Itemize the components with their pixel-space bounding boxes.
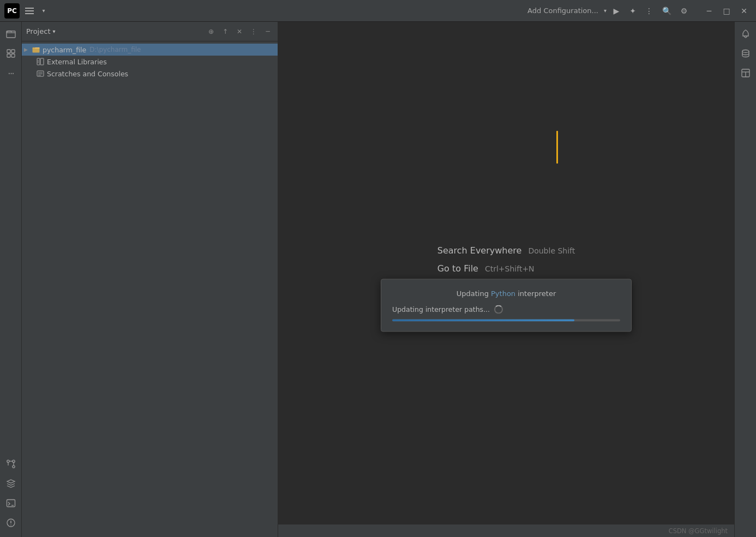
svg-rect-0 bbox=[7, 31, 15, 38]
app-logo: PC bbox=[4, 3, 20, 19]
project-label: Project bbox=[26, 27, 50, 35]
svg-point-10 bbox=[10, 524, 11, 526]
progress-dialog-title: Updating Python interpreter bbox=[392, 289, 620, 297]
titlebar: PC ▾ Add Configuration... ▾ ▶ ✦ ⋮ 🔍 ⚙ ─ … bbox=[0, 0, 756, 22]
svg-rect-2 bbox=[11, 50, 15, 53]
left-sidebar: ··· bbox=[0, 22, 22, 537]
goto-file-label: Go to File bbox=[437, 263, 478, 274]
bottom-bar: CSDN @GGtwilight bbox=[278, 524, 734, 537]
project-title: Project ▾ bbox=[26, 27, 56, 35]
minimize-button[interactable]: ─ bbox=[701, 3, 717, 19]
settings-icon[interactable]: ⚙ bbox=[677, 4, 691, 17]
progress-bar-background bbox=[392, 319, 620, 321]
right-sidebar-database-icon[interactable] bbox=[737, 45, 754, 62]
menu-icon[interactable] bbox=[23, 4, 36, 17]
main-layout: ··· Project ▾ ⊕ ↑ ✕ ⋮ ─ bbox=[0, 22, 756, 537]
project-scroll-icon[interactable]: ↑ bbox=[220, 26, 231, 37]
menu-dropdown-icon[interactable]: ▾ bbox=[38, 5, 49, 16]
sidebar-icon-vcs[interactable] bbox=[2, 455, 20, 473]
external-libraries-label: External Libraries bbox=[47, 58, 107, 66]
pycharm-file-label: pycharm_file bbox=[43, 46, 86, 54]
progress-python-highlight: Python bbox=[491, 289, 515, 297]
project-header: Project ▾ ⊕ ↑ ✕ ⋮ ─ bbox=[22, 22, 278, 41]
run-button[interactable]: ▶ bbox=[610, 4, 623, 17]
watermark-text: CSDN @GGtwilight bbox=[669, 527, 728, 535]
progress-status-text: Updating interpreter paths... bbox=[392, 305, 490, 313]
ext-lib-icon bbox=[36, 57, 45, 66]
editor-area: Search Everywhere Double Shift Go to Fil… bbox=[278, 22, 734, 537]
project-tree: ▶ pycharm_file D:\pycharm_file External … bbox=[22, 41, 278, 537]
svg-point-6 bbox=[12, 466, 14, 468]
tree-arrow-icon: ▶ bbox=[24, 47, 31, 52]
more-run-options[interactable]: ⋮ bbox=[643, 4, 656, 17]
pycharm-file-path: D:\pycharm_file bbox=[89, 46, 141, 53]
svg-point-19 bbox=[742, 50, 749, 53]
svg-rect-1 bbox=[7, 50, 10, 53]
svg-rect-12 bbox=[37, 58, 40, 65]
sidebar-icon-more[interactable]: ··· bbox=[2, 64, 20, 82]
titlebar-actions: 🔍 ⚙ ─ □ ✕ bbox=[660, 3, 752, 19]
tree-item-scratches[interactable]: Scratches and Consoles bbox=[26, 68, 278, 80]
window-controls: ─ □ ✕ bbox=[701, 3, 752, 19]
sidebar-icon-problems[interactable] bbox=[2, 514, 20, 532]
sidebar-icon-plugins[interactable] bbox=[2, 45, 20, 62]
config-dropdown-icon[interactable]: ▾ bbox=[604, 8, 607, 14]
svg-rect-4 bbox=[11, 54, 15, 57]
project-dropdown-icon[interactable]: ▾ bbox=[52, 28, 55, 34]
right-sidebar-layout-icon[interactable] bbox=[737, 64, 754, 82]
svg-rect-13 bbox=[40, 58, 44, 65]
project-close-icon[interactable]: ✕ bbox=[234, 26, 245, 37]
tree-item-external-libraries[interactable]: External Libraries bbox=[26, 56, 278, 68]
scratches-icon bbox=[36, 69, 45, 78]
search-icon[interactable]: 🔍 bbox=[660, 4, 673, 17]
goto-file-hint: Go to File Ctrl+Shift+N bbox=[437, 263, 535, 274]
right-sidebar bbox=[734, 22, 756, 537]
maximize-button[interactable]: □ bbox=[719, 3, 734, 19]
sidebar-icon-terminal[interactable] bbox=[2, 494, 20, 512]
debug-button[interactable]: ✦ bbox=[626, 4, 639, 17]
search-everywhere-label: Search Everywhere bbox=[437, 245, 522, 256]
svg-rect-3 bbox=[7, 54, 10, 57]
folder-icon bbox=[32, 45, 40, 54]
project-more-icon[interactable]: ⋮ bbox=[248, 26, 259, 37]
right-sidebar-notifications-icon[interactable] bbox=[737, 25, 754, 43]
scratches-label: Scratches and Consoles bbox=[47, 70, 128, 78]
run-config-area: Add Configuration... ▾ ▶ ✦ ⋮ bbox=[527, 4, 656, 17]
svg-point-7 bbox=[12, 460, 14, 462]
svg-point-5 bbox=[7, 460, 9, 462]
yellow-accent-bar bbox=[556, 131, 558, 164]
search-everywhere-hint: Search Everywhere Double Shift bbox=[437, 245, 575, 256]
tree-item-pycharm-file[interactable]: ▶ pycharm_file D:\pycharm_file bbox=[22, 44, 278, 56]
sidebar-icon-layers[interactable] bbox=[2, 475, 20, 492]
svg-rect-15 bbox=[37, 71, 44, 76]
project-collapse-icon[interactable]: ⊕ bbox=[206, 26, 217, 37]
svg-rect-8 bbox=[7, 500, 15, 507]
config-label: Add Configuration... bbox=[527, 7, 598, 15]
search-everywhere-keys: Double Shift bbox=[528, 246, 575, 255]
project-minimize-icon[interactable]: ─ bbox=[262, 26, 273, 37]
progress-dialog: Updating Python interpreter Updating int… bbox=[381, 279, 632, 331]
project-panel: Project ▾ ⊕ ↑ ✕ ⋮ ─ ▶ pycharm_file D:\py… bbox=[22, 22, 278, 537]
progress-bar-fill bbox=[392, 319, 574, 321]
progress-status-row: Updating interpreter paths... bbox=[392, 305, 620, 313]
close-button[interactable]: ✕ bbox=[736, 3, 752, 19]
sidebar-icon-folder[interactable] bbox=[2, 25, 20, 43]
spinner-icon bbox=[494, 305, 503, 313]
goto-file-keys: Ctrl+Shift+N bbox=[485, 264, 535, 273]
